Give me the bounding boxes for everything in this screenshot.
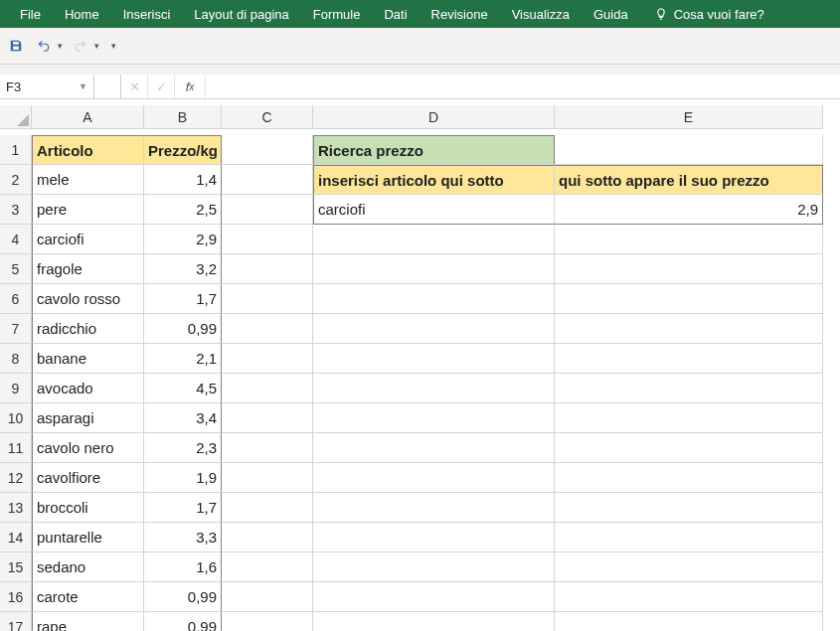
- cell-C8[interactable]: [222, 344, 313, 374]
- cell-A10[interactable]: asparagi: [32, 403, 144, 433]
- col-header-D[interactable]: D: [313, 105, 555, 129]
- cell-C11[interactable]: [222, 433, 313, 463]
- cell-B12[interactable]: 1,9: [144, 463, 222, 493]
- cell-A17[interactable]: rape: [32, 612, 144, 631]
- row-header-7[interactable]: 7: [0, 314, 32, 344]
- cell-B8[interactable]: 2,1: [144, 344, 222, 374]
- qat-customize[interactable]: ▾: [111, 41, 116, 51]
- row-header-4[interactable]: 4: [0, 225, 32, 254]
- cell-E4[interactable]: [555, 225, 823, 254]
- cell-B3[interactable]: 2,5: [144, 195, 222, 225]
- undo-button[interactable]: [34, 36, 54, 56]
- cell-E17[interactable]: [555, 612, 823, 631]
- cell-D16[interactable]: [313, 582, 555, 612]
- cell-D8[interactable]: [313, 344, 555, 374]
- cell-C12[interactable]: [222, 463, 313, 493]
- cell-D15[interactable]: [313, 552, 555, 582]
- col-header-A[interactable]: A: [32, 105, 144, 129]
- cell-C15[interactable]: [222, 552, 313, 582]
- row-header-9[interactable]: 9: [0, 374, 32, 403]
- cell-C1[interactable]: [222, 135, 313, 165]
- cell-D14[interactable]: [313, 523, 555, 552]
- cell-A1[interactable]: Articolo: [32, 135, 144, 165]
- row-header-1[interactable]: 1: [0, 135, 32, 165]
- cell-D4[interactable]: [313, 225, 555, 254]
- cell-E8[interactable]: [555, 344, 823, 374]
- cell-E15[interactable]: [555, 552, 823, 582]
- cell-A15[interactable]: sedano: [32, 552, 144, 582]
- redo-dropdown[interactable]: ▾: [94, 41, 99, 51]
- cell-E2[interactable]: qui sotto appare il suo prezzo: [555, 165, 823, 195]
- cell-A7[interactable]: radicchio: [32, 314, 144, 344]
- row-header-14[interactable]: 14: [0, 523, 32, 552]
- cell-C17[interactable]: [222, 612, 313, 631]
- cell-E5[interactable]: [555, 254, 823, 284]
- cell-C4[interactable]: [222, 225, 313, 254]
- formula-input[interactable]: [206, 75, 840, 98]
- cell-D7[interactable]: [313, 314, 555, 344]
- tell-me-search[interactable]: Cosa vuoi fare?: [644, 0, 774, 28]
- cell-B9[interactable]: 4,5: [144, 374, 222, 403]
- row-header-15[interactable]: 15: [0, 552, 32, 582]
- row-header-8[interactable]: 8: [0, 344, 32, 374]
- cell-E13[interactable]: [555, 493, 823, 523]
- cell-C10[interactable]: [222, 403, 313, 433]
- cell-B1[interactable]: Prezzo/kg: [144, 135, 222, 165]
- select-all-corner[interactable]: [0, 105, 32, 129]
- cell-E11[interactable]: [555, 433, 823, 463]
- name-box[interactable]: F3 ▼: [0, 75, 94, 98]
- cell-C7[interactable]: [222, 314, 313, 344]
- tab-help[interactable]: Guida: [582, 0, 640, 28]
- cell-D10[interactable]: [313, 403, 555, 433]
- cell-E9[interactable]: [555, 374, 823, 403]
- cell-C14[interactable]: [222, 523, 313, 552]
- cell-C5[interactable]: [222, 254, 313, 284]
- cell-B17[interactable]: 0,99: [144, 612, 222, 631]
- cell-D6[interactable]: [313, 284, 555, 314]
- tab-formulas[interactable]: Formule: [301, 0, 373, 28]
- cell-D11[interactable]: [313, 433, 555, 463]
- cell-E6[interactable]: [555, 284, 823, 314]
- cell-A11[interactable]: cavolo nero: [32, 433, 144, 463]
- cell-D12[interactable]: [313, 463, 555, 493]
- row-header-3[interactable]: 3: [0, 195, 32, 225]
- cell-A8[interactable]: banane: [32, 344, 144, 374]
- row-header-5[interactable]: 5: [0, 254, 32, 284]
- undo-dropdown[interactable]: ▾: [58, 41, 63, 51]
- cell-B2[interactable]: 1,4: [144, 165, 222, 195]
- cell-A6[interactable]: cavolo rosso: [32, 284, 144, 314]
- cell-B13[interactable]: 1,7: [144, 493, 222, 523]
- row-header-2[interactable]: 2: [0, 165, 32, 195]
- tab-review[interactable]: Revisione: [420, 0, 500, 28]
- cell-A5[interactable]: fragole: [32, 254, 144, 284]
- cell-A3[interactable]: pere: [32, 195, 144, 225]
- col-header-B[interactable]: B: [144, 105, 222, 129]
- tab-file[interactable]: File: [8, 0, 53, 28]
- col-header-C[interactable]: C: [222, 105, 313, 129]
- cell-A16[interactable]: carote: [32, 582, 144, 612]
- row-header-12[interactable]: 12: [0, 463, 32, 493]
- cell-B5[interactable]: 3,2: [144, 254, 222, 284]
- tab-page-layout[interactable]: Layout di pagina: [182, 0, 300, 28]
- row-header-6[interactable]: 6: [0, 284, 32, 314]
- cell-B6[interactable]: 1,7: [144, 284, 222, 314]
- cell-A14[interactable]: puntarelle: [32, 523, 144, 552]
- row-header-11[interactable]: 11: [0, 433, 32, 463]
- tab-view[interactable]: Visualizza: [500, 0, 582, 28]
- cell-A12[interactable]: cavolfiore: [32, 463, 144, 493]
- cell-B4[interactable]: 2,9: [144, 225, 222, 254]
- cell-E7[interactable]: [555, 314, 823, 344]
- cell-C16[interactable]: [222, 582, 313, 612]
- cell-C9[interactable]: [222, 374, 313, 403]
- tab-insert[interactable]: Inserisci: [111, 0, 183, 28]
- row-header-16[interactable]: 16: [0, 582, 32, 612]
- spreadsheet-grid[interactable]: A B C D E 1 Articolo Prezzo/kg Ricerca p…: [0, 105, 840, 631]
- cell-D17[interactable]: [313, 612, 555, 631]
- cell-B14[interactable]: 3,3: [144, 523, 222, 552]
- col-header-E[interactable]: E: [555, 105, 823, 129]
- cell-E16[interactable]: [555, 582, 823, 612]
- cell-E1[interactable]: [555, 135, 823, 165]
- tab-home[interactable]: Home: [53, 0, 111, 28]
- cell-A2[interactable]: mele: [32, 165, 144, 195]
- cell-C2[interactable]: [222, 165, 313, 195]
